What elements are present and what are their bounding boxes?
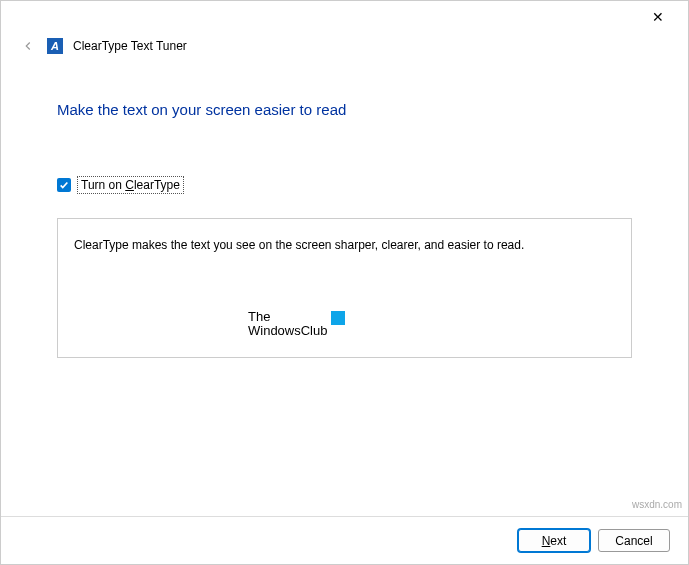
app-title: ClearType Text Tuner (73, 39, 187, 53)
next-button[interactable]: Next (518, 529, 590, 552)
close-icon: ✕ (652, 9, 664, 25)
checkmark-icon (59, 180, 69, 190)
dialog-window: ✕ ← A ClearType Text Tuner Make the text… (0, 0, 689, 565)
watermark-text: The WindowsClub (248, 310, 327, 340)
page-heading: Make the text on your screen easier to r… (57, 101, 632, 118)
content-area: Make the text on your screen easier to r… (57, 101, 632, 358)
footer: Next Cancel (1, 516, 688, 564)
checkbox-row: Turn on ClearType (57, 176, 632, 194)
app-icon: A (47, 38, 63, 54)
watermark: The WindowsClub (248, 310, 345, 340)
titlebar: ✕ (1, 1, 688, 33)
watermark-icon (331, 311, 345, 325)
cleartype-checkbox[interactable] (57, 178, 71, 192)
site-credit: wsxdn.com (632, 499, 682, 510)
cancel-button[interactable]: Cancel (598, 529, 670, 552)
description-box: ClearType makes the text you see on the … (57, 218, 632, 358)
header-row: ← A ClearType Text Tuner (19, 37, 187, 55)
description-text: ClearType makes the text you see on the … (74, 237, 615, 254)
cleartype-checkbox-label[interactable]: Turn on ClearType (77, 176, 184, 194)
close-button[interactable]: ✕ (638, 3, 678, 31)
back-button[interactable]: ← (19, 37, 37, 55)
back-arrow-icon (21, 39, 35, 53)
